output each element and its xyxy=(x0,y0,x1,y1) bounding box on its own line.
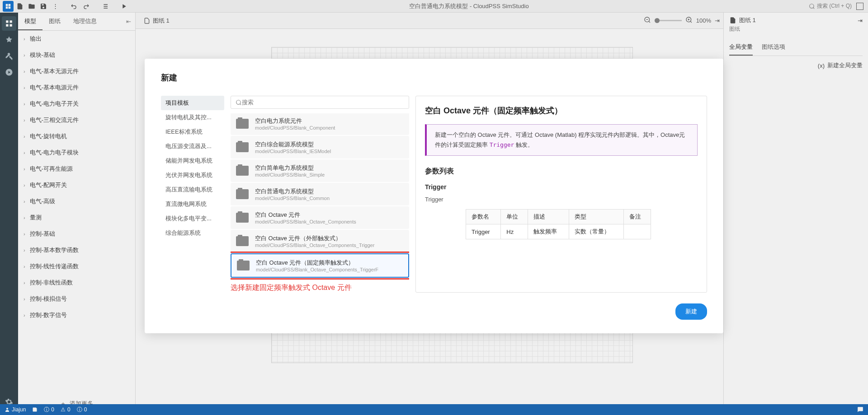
template-category-list: 项目模板旋转电机及其控...IEEE标准系统电压源变流器及...储能并网发电系统… xyxy=(161,96,224,293)
modal-overlay[interactable]: 新建 项目模板旋转电机及其控...IEEE标准系统电压源变流器及...储能并网发… xyxy=(0,0,868,415)
template-item[interactable]: 空白综合能源系统模型model/CloudPSS/Blank_IESModel xyxy=(231,136,409,159)
template-category[interactable]: 直流微电网系统 xyxy=(161,197,224,211)
briefcase-icon xyxy=(236,142,249,152)
briefcase-icon xyxy=(237,261,250,270)
template-category[interactable]: 光伏并网发电系统 xyxy=(161,168,224,182)
template-category[interactable]: 储能并网发电系统 xyxy=(161,154,224,168)
template-category[interactable]: 模块化多电平变... xyxy=(161,211,224,226)
template-item[interactable]: 空白电力系统元件model/CloudPSS/Blank_Component xyxy=(231,113,409,135)
template-item[interactable]: 空白简单电力系统模型model/CloudPSS/Blank_Simple xyxy=(231,159,409,182)
template-detail: 空白 Octave 元件（固定频率触发式） 新建一个空白的 Octave 元件。… xyxy=(415,96,707,293)
template-item[interactable]: 空白普通电力系统模型model/CloudPSS/Blank_Common xyxy=(231,183,409,205)
briefcase-icon xyxy=(236,189,249,199)
detail-section-params: 参数列表 xyxy=(425,167,698,176)
briefcase-icon xyxy=(236,166,249,176)
template-category[interactable]: 项目模板 xyxy=(161,96,224,110)
template-item[interactable]: 空白 Octave 元件（固定频率触发式）model/CloudPSS/Blan… xyxy=(231,253,409,278)
briefcase-icon xyxy=(236,236,249,246)
modal-title: 新建 xyxy=(161,72,707,83)
briefcase-icon xyxy=(236,213,249,223)
template-category[interactable]: 综合能源系统 xyxy=(161,226,224,240)
template-item[interactable]: 空白 Octave 元件（外部触发式）model/CloudPSS/Blank_… xyxy=(231,230,409,252)
template-list: 空白电力系统元件model/CloudPSS/Blank_Component空白… xyxy=(231,113,409,280)
detail-note: 新建一个空白的 Octave 元件。可通过 Octave (Matlab) 程序… xyxy=(425,124,698,156)
briefcase-icon xyxy=(236,119,249,129)
param-table: 参数名单位描述类型备注 TriggerHz触发频率实数（常量） xyxy=(466,209,651,239)
annotation-text: 选择新建固定频率触发式 Octave 元件 xyxy=(231,283,409,293)
detail-param-group: Trigger xyxy=(425,183,698,191)
template-search-input[interactable] xyxy=(242,99,404,106)
detail-param-label: Trigger xyxy=(425,196,698,203)
detail-title: 空白 Octave 元件（固定频率触发式） xyxy=(425,105,698,116)
template-category[interactable]: 电压源变流器及... xyxy=(161,139,224,154)
template-item[interactable]: 空白 Octave 元件model/CloudPSS/Blank_Octave_… xyxy=(231,206,409,229)
confirm-new-button[interactable]: 新建 xyxy=(675,303,707,320)
template-category[interactable]: 高压直流输电系统 xyxy=(161,182,224,197)
template-category[interactable]: 旋转电机及其控... xyxy=(161,110,224,125)
svg-point-9 xyxy=(236,100,241,104)
template-search[interactable] xyxy=(231,96,409,109)
template-category[interactable]: IEEE标准系统 xyxy=(161,125,224,139)
new-dialog: 新建 项目模板旋转电机及其控...IEEE标准系统电压源变流器及...储能并网发… xyxy=(145,59,723,333)
